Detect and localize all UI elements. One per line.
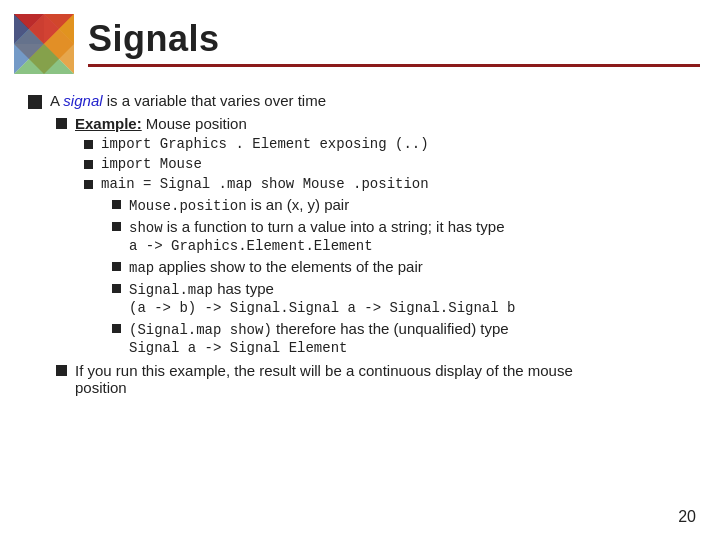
code-main: main = Signal .map show Mouse .position (101, 176, 429, 192)
list-item: A signal is a variable that varies over … (28, 92, 700, 109)
list-item: map applies show to the elements of the … (112, 258, 700, 276)
signal-map-show-desc: (Signal.map show) therefore has the (unq… (129, 320, 509, 356)
bullet-icon (84, 140, 93, 149)
title-area: Signals (88, 18, 700, 67)
page-number: 20 (678, 508, 696, 526)
code-import-graphics: import Graphics . Element exposing (..) (101, 136, 429, 152)
mouse-position-desc: Mouse.position is an (x, y) pair (129, 196, 349, 214)
title-underline (88, 64, 700, 67)
list-item: Mouse.position is an (x, y) pair (112, 196, 700, 214)
bullet-icon (28, 95, 42, 109)
list-item: Example: Mouse position (56, 115, 700, 132)
list-item: main = Signal .map show Mouse .position (84, 176, 700, 192)
logo (14, 14, 74, 74)
bullet-icon (84, 160, 93, 169)
list-item: show is a function to turn a value into … (112, 218, 700, 254)
list-item: (Signal.map show) therefore has the (unq… (112, 320, 700, 356)
content-area: A signal is a variable that varies over … (28, 92, 700, 400)
example-label: Example: (75, 115, 142, 132)
signal-map-type-desc: Signal.map has type (a -> b) -> Signal.S… (129, 280, 515, 316)
bullet-icon (112, 324, 121, 333)
bullet-icon (112, 200, 121, 209)
bullet-icon (56, 365, 67, 376)
bullet-icon (56, 118, 67, 129)
list-item: Signal.map has type (a -> b) -> Signal.S… (112, 280, 700, 316)
map-desc: map applies show to the elements of the … (129, 258, 423, 276)
page-title: Signals (88, 18, 700, 60)
run-example-desc: If you run this example, the result will… (75, 362, 573, 396)
bullet-icon (112, 262, 121, 271)
list-item: If you run this example, the result will… (56, 362, 700, 396)
bullet-icon (112, 284, 121, 293)
example-text: Example: Mouse position (75, 115, 247, 132)
code-import-mouse: import Mouse (101, 156, 202, 172)
text-signal-intro: A signal is a variable that varies over … (50, 92, 326, 109)
show-desc: show is a function to turn a value into … (129, 218, 504, 254)
list-item: import Graphics . Element exposing (..) (84, 136, 700, 152)
list-item: import Mouse (84, 156, 700, 172)
bullet-icon (84, 180, 93, 189)
signal-keyword: signal (63, 92, 102, 109)
bullet-icon (112, 222, 121, 231)
